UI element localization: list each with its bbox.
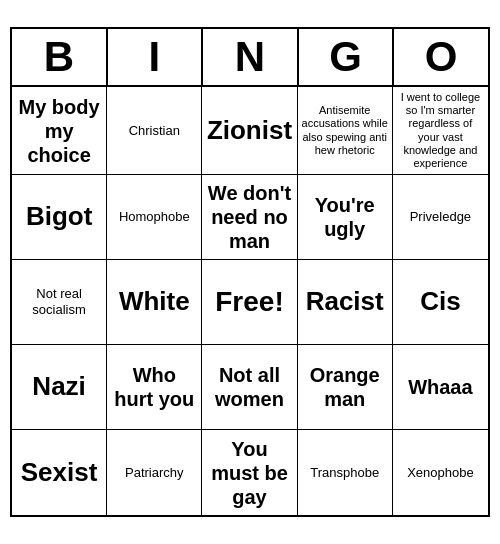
header-letter: I — [108, 29, 204, 85]
bingo-cell: Patriarchy — [107, 430, 202, 515]
bingo-cell: Racist — [298, 260, 393, 345]
bingo-cell: Orange man — [298, 345, 393, 430]
bingo-cell: Free! — [202, 260, 297, 345]
header-letter: N — [203, 29, 299, 85]
bingo-cell: Bigot — [12, 175, 107, 260]
bingo-cell: Priveledge — [393, 175, 488, 260]
bingo-cell: You're ugly — [298, 175, 393, 260]
bingo-cell: Sexist — [12, 430, 107, 515]
bingo-cell: Who hurt you — [107, 345, 202, 430]
bingo-cell: We don't need no man — [202, 175, 297, 260]
bingo-header: BINGO — [12, 29, 488, 87]
bingo-cell: My body my choice — [12, 87, 107, 175]
bingo-cell: Zionist — [202, 87, 297, 175]
bingo-cell: Nazi — [12, 345, 107, 430]
bingo-cell: Homophobe — [107, 175, 202, 260]
header-letter: G — [299, 29, 395, 85]
bingo-cell: Not all women — [202, 345, 297, 430]
bingo-cell: Christian — [107, 87, 202, 175]
bingo-cell: I went to college so I'm smarter regardl… — [393, 87, 488, 175]
bingo-card: BINGO My body my choiceChristianZionistA… — [10, 27, 490, 517]
bingo-cell: Whaaa — [393, 345, 488, 430]
header-letter: B — [12, 29, 108, 85]
bingo-cell: Not real socialism — [12, 260, 107, 345]
bingo-cell: Transphobe — [298, 430, 393, 515]
bingo-cell: White — [107, 260, 202, 345]
bingo-cell: Cis — [393, 260, 488, 345]
bingo-cell: You must be gay — [202, 430, 297, 515]
bingo-cell: Antisemite accusations while also spewin… — [298, 87, 393, 175]
header-letter: O — [394, 29, 488, 85]
bingo-grid: My body my choiceChristianZionistAntisem… — [12, 87, 488, 515]
bingo-cell: Xenophobe — [393, 430, 488, 515]
